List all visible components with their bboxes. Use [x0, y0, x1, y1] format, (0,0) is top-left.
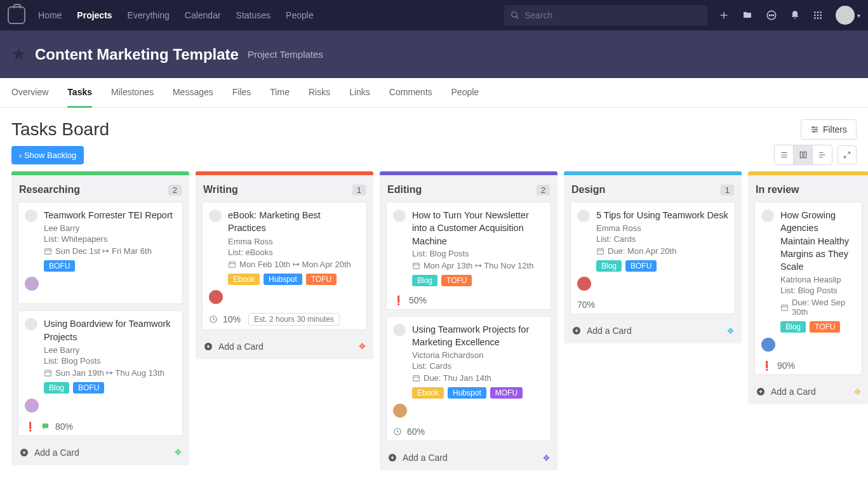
board-header: Tasks Board Filters	[0, 108, 868, 142]
column-researching: Researching2Teamwork Forrester TEI Repor…	[11, 171, 189, 470]
nav-item-everything[interactable]: Everything	[128, 10, 170, 20]
tag: BOFU	[44, 260, 75, 272]
tag: TOFU	[441, 275, 472, 286]
card-title: 5 Tips for Using Teamwork Desk	[596, 209, 728, 222]
task-card[interactable]: How Growing Agencies Maintain Healthy Ma…	[754, 202, 862, 357]
filters-button[interactable]: Filters	[801, 119, 857, 140]
nav-item-projects[interactable]: Projects	[77, 10, 112, 20]
tab-tasks[interactable]: Tasks	[67, 78, 92, 108]
card-assignee: Lee Barry	[44, 345, 176, 355]
expand-button[interactable]	[838, 145, 857, 164]
column-handle-icon[interactable]: ✥	[359, 341, 366, 351]
bell-icon[interactable]	[790, 10, 800, 21]
complete-checkbox[interactable]	[761, 209, 774, 222]
search-icon	[511, 11, 519, 20]
board-columns: Researching2Teamwork Forrester TEI Repor…	[0, 171, 868, 470]
nav-item-calendar[interactable]: Calendar	[185, 10, 221, 20]
svg-point-13	[820, 15, 822, 17]
card-assignee: Victoria Richardson	[412, 350, 544, 360]
column-design: Design15 Tips for Using Teamwork DeskEmm…	[564, 171, 742, 470]
nav-item-home[interactable]: Home	[38, 10, 62, 20]
view-mode-buttons	[774, 145, 832, 165]
tag: Blog	[412, 275, 437, 286]
card-list: List: Cards	[596, 234, 728, 244]
show-backlog-button[interactable]: › Show Backlog	[11, 146, 84, 164]
column-handle-icon[interactable]: ✥	[543, 453, 550, 463]
card-title: Teamwork Forrester TEI Report	[44, 209, 176, 222]
complete-checkbox[interactable]	[209, 209, 222, 222]
svg-point-22	[813, 131, 815, 132]
tab-links[interactable]: Links	[349, 78, 370, 107]
assignee-avatar[interactable]	[25, 399, 39, 413]
column-handle-icon[interactable]: ✥	[175, 447, 182, 457]
search-input[interactable]	[524, 10, 701, 20]
svg-line-32	[845, 156, 847, 158]
add-card-button[interactable]: Add a Card✥	[754, 381, 862, 398]
control-row: › Show Backlog	[0, 142, 868, 171]
view-board-button[interactable]	[794, 145, 813, 164]
folder-icon[interactable]	[742, 10, 753, 20]
assignee-avatar[interactable]	[393, 404, 407, 418]
task-card[interactable]: How to Turn Your Newsletter into a Custo…	[386, 202, 551, 292]
tab-overview[interactable]: Overview	[11, 78, 48, 107]
complete-checkbox[interactable]	[577, 209, 590, 222]
board-title: Tasks Board	[11, 119, 109, 140]
column-count: 1	[352, 185, 366, 195]
tab-people[interactable]: People	[451, 78, 479, 107]
card-title: eBook: Marketing Best Practices	[228, 209, 360, 235]
column-handle-icon[interactable]: ✥	[854, 387, 861, 397]
assignee-avatar[interactable]	[761, 338, 775, 352]
complete-checkbox[interactable]	[393, 324, 406, 336]
complete-checkbox[interactable]	[25, 318, 37, 331]
tab-milestones[interactable]: Milestones	[111, 78, 154, 107]
alert-icon: ❗	[393, 295, 404, 305]
task-card[interactable]: Using Teamwork Projects for Marketing Ex…	[386, 316, 551, 424]
task-card[interactable]: Teamwork Forrester TEI ReportLee BarryLi…	[18, 202, 183, 296]
add-card-button[interactable]: Add a Card✥	[570, 321, 735, 337]
assignee-avatar[interactable]	[209, 290, 223, 304]
view-list-button[interactable]	[775, 145, 794, 164]
plus-icon[interactable]	[719, 10, 729, 20]
tab-files[interactable]: Files	[232, 78, 251, 107]
apps-icon[interactable]	[813, 10, 823, 20]
tab-comments[interactable]: Comments	[389, 78, 432, 107]
star-icon[interactable]: ★	[11, 44, 26, 64]
assignee-avatar[interactable]	[577, 277, 591, 291]
tab-risks[interactable]: Risks	[309, 78, 330, 107]
card-date: Due: Thu Jan 14th	[412, 373, 544, 383]
tag: Blog	[44, 382, 69, 394]
column-in-review: In reviewHow Growing Agencies Maintain H…	[748, 171, 868, 470]
nav-item-people[interactable]: People	[286, 10, 314, 20]
complete-checkbox[interactable]	[25, 209, 37, 222]
tab-time[interactable]: Time	[270, 78, 290, 107]
chevron-down-icon: ▾	[857, 12, 860, 19]
card-status-row: 60%	[393, 427, 544, 437]
column-handle-icon[interactable]: ✥	[727, 326, 734, 336]
calendar-icon	[596, 247, 604, 255]
add-card-button[interactable]: Add a Card✥	[386, 447, 551, 464]
svg-point-9	[817, 11, 819, 13]
nav-item-statuses[interactable]: Statuses	[236, 10, 270, 20]
tag: Blog	[596, 260, 622, 272]
add-card-button[interactable]: Add a Card✥	[18, 442, 183, 459]
task-card[interactable]: Using Boardview for Teamwork ProjectsLee…	[18, 310, 183, 418]
user-avatar[interactable]: ▾	[836, 6, 860, 25]
task-card[interactable]: 5 Tips for Using Teamwork DeskEmma RossL…	[570, 202, 735, 296]
project-subtitle: Project Templates	[248, 49, 323, 60]
card-status-row: ❗90%	[761, 361, 855, 371]
add-card-button[interactable]: Add a Card✥	[202, 336, 367, 353]
complete-checkbox[interactable]	[393, 209, 406, 222]
logo-icon[interactable]	[8, 6, 25, 24]
view-compact-button[interactable]	[813, 145, 832, 164]
tag: TOFU	[306, 274, 337, 285]
task-card[interactable]: eBook: Marketing Best PracticesEmma Ross…	[202, 202, 367, 310]
svg-rect-52	[413, 263, 420, 269]
assignee-avatar[interactable]	[25, 277, 39, 291]
tab-messages[interactable]: Messages	[173, 78, 213, 107]
search-box[interactable]	[504, 5, 707, 25]
chat-icon[interactable]	[766, 10, 777, 21]
card-date: Mon Feb 10th ↦ Mon Apr 20th	[228, 260, 360, 269]
tag: TOFU	[810, 321, 840, 333]
plus-circle-icon	[571, 326, 582, 336]
nav-items: HomeProjectsEverythingCalendarStatusesPe…	[38, 10, 314, 20]
